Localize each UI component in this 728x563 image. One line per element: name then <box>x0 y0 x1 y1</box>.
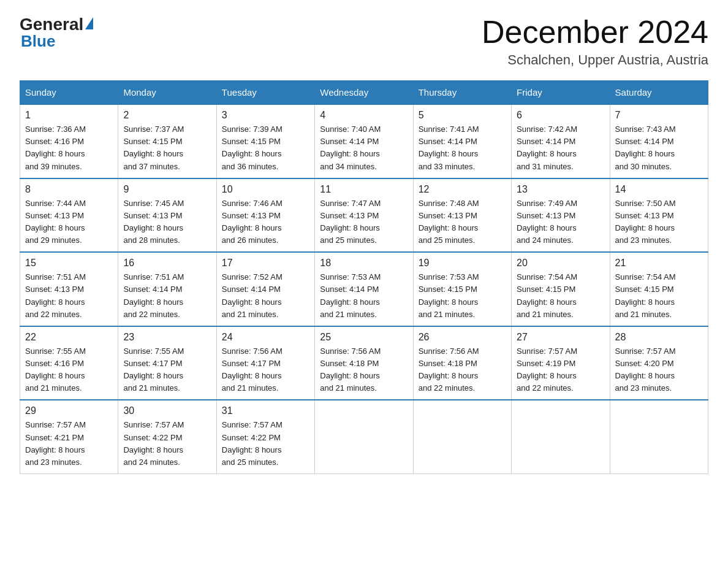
calendar-cell: 21 Sunrise: 7:54 AMSunset: 4:15 PMDaylig… <box>610 252 708 326</box>
day-number: 9 <box>123 184 211 195</box>
header-day-thursday: Thursday <box>413 81 511 105</box>
header-day-saturday: Saturday <box>610 81 708 105</box>
day-info: Sunrise: 7:39 AMSunset: 4:15 PMDaylight:… <box>222 124 282 170</box>
day-info: Sunrise: 7:57 AMSunset: 4:19 PMDaylight:… <box>517 347 577 393</box>
calendar-cell: 19 Sunrise: 7:53 AMSunset: 4:15 PMDaylig… <box>413 252 511 326</box>
day-info: Sunrise: 7:56 AMSunset: 4:18 PMDaylight:… <box>419 347 479 393</box>
calendar-cell: 25 Sunrise: 7:56 AMSunset: 4:18 PMDaylig… <box>315 326 413 400</box>
day-number: 25 <box>320 332 408 343</box>
week-row-2: 8 Sunrise: 7:44 AMSunset: 4:13 PMDayligh… <box>20 178 708 253</box>
day-info: Sunrise: 7:54 AMSunset: 4:15 PMDaylight:… <box>517 272 577 318</box>
day-info: Sunrise: 7:56 AMSunset: 4:17 PMDaylight:… <box>222 347 282 393</box>
calendar-cell <box>610 400 708 473</box>
calendar-cell: 28 Sunrise: 7:57 AMSunset: 4:20 PMDaylig… <box>610 326 708 400</box>
day-info: Sunrise: 7:57 AMSunset: 4:22 PMDaylight:… <box>222 420 282 466</box>
day-info: Sunrise: 7:56 AMSunset: 4:18 PMDaylight:… <box>320 347 381 393</box>
calendar-cell: 7 Sunrise: 7:43 AMSunset: 4:14 PMDayligh… <box>610 104 708 178</box>
week-row-3: 15 Sunrise: 7:51 AMSunset: 4:13 PMDaylig… <box>20 252 708 326</box>
calendar-cell: 1 Sunrise: 7:36 AMSunset: 4:16 PMDayligh… <box>20 104 118 178</box>
logo-blue-text: Blue <box>21 32 55 51</box>
day-number: 27 <box>517 332 604 343</box>
page-header: General Blue December 2024 Schalchen, Up… <box>20 15 708 68</box>
day-number: 19 <box>419 258 506 269</box>
day-number: 2 <box>123 110 211 121</box>
calendar-cell: 5 Sunrise: 7:41 AMSunset: 4:14 PMDayligh… <box>413 104 511 178</box>
header-day-wednesday: Wednesday <box>315 81 413 105</box>
header-day-sunday: Sunday <box>20 81 118 105</box>
logo-triangle-icon <box>85 17 93 29</box>
day-number: 20 <box>517 258 604 269</box>
calendar-cell: 23 Sunrise: 7:55 AMSunset: 4:17 PMDaylig… <box>118 326 216 400</box>
calendar-cell: 12 Sunrise: 7:48 AMSunset: 4:13 PMDaylig… <box>413 178 511 253</box>
calendar-cell: 3 Sunrise: 7:39 AMSunset: 4:15 PMDayligh… <box>216 104 314 178</box>
day-number: 8 <box>25 184 113 195</box>
header-day-monday: Monday <box>118 81 216 105</box>
day-number: 28 <box>615 332 703 343</box>
calendar-cell: 26 Sunrise: 7:56 AMSunset: 4:18 PMDaylig… <box>413 326 511 400</box>
day-info: Sunrise: 7:55 AMSunset: 4:17 PMDaylight:… <box>123 347 184 393</box>
day-info: Sunrise: 7:40 AMSunset: 4:14 PMDaylight:… <box>320 124 381 170</box>
day-info: Sunrise: 7:47 AMSunset: 4:13 PMDaylight:… <box>320 199 381 245</box>
calendar-cell <box>413 400 511 473</box>
day-number: 30 <box>123 405 211 416</box>
calendar-cell: 29 Sunrise: 7:57 AMSunset: 4:21 PMDaylig… <box>20 400 118 473</box>
title-block: December 2024 Schalchen, Upper Austria, … <box>482 15 708 68</box>
day-info: Sunrise: 7:57 AMSunset: 4:22 PMDaylight:… <box>123 420 184 466</box>
month-title: December 2024 <box>482 15 708 50</box>
location-subtitle: Schalchen, Upper Austria, Austria <box>482 52 708 68</box>
day-number: 22 <box>25 332 113 343</box>
day-number: 4 <box>320 110 408 121</box>
calendar-cell: 31 Sunrise: 7:57 AMSunset: 4:22 PMDaylig… <box>216 400 314 473</box>
day-info: Sunrise: 7:45 AMSunset: 4:13 PMDaylight:… <box>123 199 184 245</box>
calendar-cell: 10 Sunrise: 7:46 AMSunset: 4:13 PMDaylig… <box>216 178 314 253</box>
day-info: Sunrise: 7:50 AMSunset: 4:13 PMDaylight:… <box>615 199 676 245</box>
day-number: 7 <box>615 110 703 121</box>
calendar-cell: 15 Sunrise: 7:51 AMSunset: 4:13 PMDaylig… <box>20 252 118 326</box>
day-number: 29 <box>25 405 113 416</box>
calendar-cell: 4 Sunrise: 7:40 AMSunset: 4:14 PMDayligh… <box>315 104 413 178</box>
day-number: 18 <box>320 258 408 269</box>
calendar-cell: 11 Sunrise: 7:47 AMSunset: 4:13 PMDaylig… <box>315 178 413 253</box>
day-info: Sunrise: 7:57 AMSunset: 4:21 PMDaylight:… <box>25 420 86 466</box>
calendar-cell: 20 Sunrise: 7:54 AMSunset: 4:15 PMDaylig… <box>512 252 610 326</box>
calendar-cell: 24 Sunrise: 7:56 AMSunset: 4:17 PMDaylig… <box>216 326 314 400</box>
day-number: 21 <box>615 258 703 269</box>
header-day-tuesday: Tuesday <box>216 81 314 105</box>
day-info: Sunrise: 7:53 AMSunset: 4:14 PMDaylight:… <box>320 272 381 318</box>
day-info: Sunrise: 7:36 AMSunset: 4:16 PMDaylight:… <box>25 124 86 170</box>
day-number: 1 <box>25 110 113 121</box>
day-number: 17 <box>222 258 309 269</box>
day-info: Sunrise: 7:41 AMSunset: 4:14 PMDaylight:… <box>419 124 479 170</box>
calendar-table: SundayMondayTuesdayWednesdayThursdayFrid… <box>20 80 708 474</box>
day-number: 13 <box>517 184 604 195</box>
day-number: 3 <box>222 110 309 121</box>
week-row-5: 29 Sunrise: 7:57 AMSunset: 4:21 PMDaylig… <box>20 400 708 473</box>
calendar-cell <box>315 400 413 473</box>
day-number: 16 <box>123 258 211 269</box>
calendar-cell: 17 Sunrise: 7:52 AMSunset: 4:14 PMDaylig… <box>216 252 314 326</box>
day-number: 23 <box>123 332 211 343</box>
week-row-4: 22 Sunrise: 7:55 AMSunset: 4:16 PMDaylig… <box>20 326 708 400</box>
calendar-cell: 14 Sunrise: 7:50 AMSunset: 4:13 PMDaylig… <box>610 178 708 253</box>
day-number: 5 <box>419 110 506 121</box>
calendar-cell: 13 Sunrise: 7:49 AMSunset: 4:13 PMDaylig… <box>512 178 610 253</box>
calendar-cell: 8 Sunrise: 7:44 AMSunset: 4:13 PMDayligh… <box>20 178 118 253</box>
day-number: 14 <box>615 184 703 195</box>
day-number: 12 <box>419 184 506 195</box>
day-number: 10 <box>222 184 309 195</box>
day-info: Sunrise: 7:51 AMSunset: 4:13 PMDaylight:… <box>25 272 86 318</box>
calendar-cell: 9 Sunrise: 7:45 AMSunset: 4:13 PMDayligh… <box>118 178 216 253</box>
day-info: Sunrise: 7:57 AMSunset: 4:20 PMDaylight:… <box>615 347 676 393</box>
calendar-cell <box>512 400 610 473</box>
day-number: 26 <box>419 332 506 343</box>
header-day-friday: Friday <box>512 81 610 105</box>
day-info: Sunrise: 7:43 AMSunset: 4:14 PMDaylight:… <box>615 124 676 170</box>
day-info: Sunrise: 7:46 AMSunset: 4:13 PMDaylight:… <box>222 199 282 245</box>
calendar-cell: 27 Sunrise: 7:57 AMSunset: 4:19 PMDaylig… <box>512 326 610 400</box>
calendar-header: SundayMondayTuesdayWednesdayThursdayFrid… <box>20 81 708 105</box>
calendar-body: 1 Sunrise: 7:36 AMSunset: 4:16 PMDayligh… <box>20 104 708 473</box>
week-row-1: 1 Sunrise: 7:36 AMSunset: 4:16 PMDayligh… <box>20 104 708 178</box>
calendar-cell: 22 Sunrise: 7:55 AMSunset: 4:16 PMDaylig… <box>20 326 118 400</box>
calendar-cell: 30 Sunrise: 7:57 AMSunset: 4:22 PMDaylig… <box>118 400 216 473</box>
day-info: Sunrise: 7:48 AMSunset: 4:13 PMDaylight:… <box>419 199 479 245</box>
